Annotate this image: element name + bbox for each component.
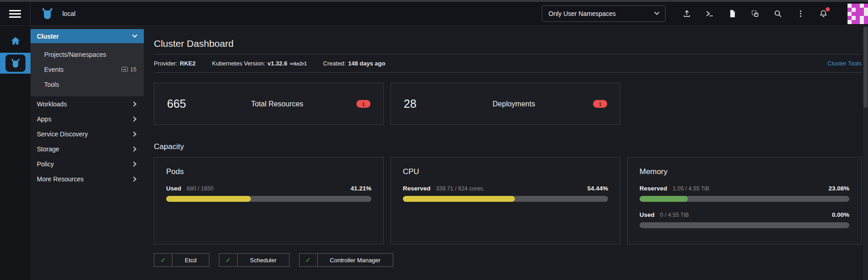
progress-bar-track <box>166 196 371 202</box>
cpu-reserved-gauge: Reserved 339.71 / 624 cores 54.44% <box>403 185 608 202</box>
sidebar-item-workloads[interactable]: Workloads <box>30 96 144 111</box>
main-content: Cluster Dashboard Provider:RKE2 Kubernet… <box>144 26 868 280</box>
app-rail <box>0 26 30 280</box>
total-resources-card[interactable]: 665 Total Resources 1 <box>154 83 384 125</box>
progress-bar-track <box>403 196 608 202</box>
home-icon[interactable] <box>9 35 22 47</box>
chevron-right-icon <box>131 176 136 181</box>
chevron-right-icon <box>131 161 136 166</box>
cluster-tools-link[interactable]: Cluster Tools <box>827 60 862 67</box>
divider <box>154 72 862 73</box>
sidebar-item-label: More Resources <box>37 175 132 183</box>
cluster-name: local <box>62 10 76 17</box>
status-label: Scheduler <box>238 254 289 266</box>
capacity-heading: Capacity <box>154 142 862 151</box>
total-resources-label: Total Resources <box>198 100 356 108</box>
chevron-right-icon <box>131 131 136 136</box>
cpu-capacity-card: CPU Reserved 339.71 / 624 cores 54.44% <box>391 157 620 245</box>
chevron-right-icon <box>131 116 136 121</box>
notification-dot <box>826 7 830 11</box>
progress-bar-fill <box>166 196 251 202</box>
chevron-right-icon <box>131 101 136 106</box>
pods-capacity-card: Pods Used 680 / 1650 41.21% <box>154 157 384 245</box>
sidebar-item-label: Workloads <box>37 100 132 108</box>
deployments-warning-badge: 1 <box>593 100 607 108</box>
vertical-scrollbar <box>863 26 868 280</box>
sidebar-item-events[interactable]: Events 15 <box>30 62 144 77</box>
sidebar-item-tools[interactable]: Tools <box>30 77 144 92</box>
sidebar-item-label: Storage <box>37 145 132 153</box>
progress-bar-track <box>640 196 849 202</box>
sidebar-item-service-discovery[interactable]: Service Discovery <box>30 126 144 141</box>
namespace-filter-value: Only User Namespaces <box>548 10 655 17</box>
chevron-right-icon <box>131 146 136 151</box>
rail-header-cell <box>0 2 30 25</box>
check-icon: ✓ <box>219 254 238 266</box>
sidebar-item-more-resources[interactable]: More Resources <box>30 171 144 186</box>
check-icon: ✓ <box>299 254 318 266</box>
app-header: local Only User Namespaces <box>0 2 868 26</box>
chevron-down-icon <box>654 10 659 15</box>
notifications-bell-icon[interactable] <box>818 9 828 19</box>
import-yaml-icon[interactable] <box>682 9 692 19</box>
copy-resource-icon[interactable] <box>750 9 760 19</box>
kebab-menu-icon[interactable] <box>796 9 806 19</box>
deployments-label: Deployments <box>435 100 593 108</box>
sidebar-item-storage[interactable]: Storage <box>30 141 144 156</box>
memory-reserved-gauge: Reserved 1.05 / 4.55 TiB 23.08% <box>640 185 849 202</box>
scrollbar-thumb[interactable] <box>863 27 868 108</box>
progress-bar-track <box>640 222 849 228</box>
check-icon: ✓ <box>154 254 173 266</box>
total-resources-warning-badge: 1 <box>356 100 371 108</box>
memory-used-gauge: Used 0 / 4.55 TiB 0.00% <box>640 211 849 228</box>
sidebar-item-label: Apps <box>37 115 132 123</box>
provider-meta: Provider:RKE2 <box>154 60 196 67</box>
total-resources-count: 665 <box>154 97 198 110</box>
sidebar-item-label: Service Discovery <box>37 130 132 138</box>
file-icon[interactable] <box>727 9 737 19</box>
created-meta: Created:148 days ago <box>323 60 386 67</box>
sidebar-item-label: Policy <box>37 160 132 168</box>
sidebar-item-label: Events <box>44 66 122 73</box>
deployments-card[interactable]: 28 Deployments 1 <box>391 83 620 125</box>
pods-used-gauge: Used 680 / 1650 41.21% <box>166 185 371 202</box>
status-label: Etcd <box>173 254 209 266</box>
sidebar-item-apps[interactable]: Apps <box>30 111 144 126</box>
search-icon[interactable] <box>773 9 783 19</box>
chevron-down-icon <box>132 32 137 37</box>
progress-bar-fill <box>403 196 515 202</box>
progress-bar-fill <box>640 196 688 202</box>
memory-card-title: Memory <box>640 167 849 176</box>
event-count-icon <box>122 67 128 72</box>
events-count-badge: 15 <box>122 66 137 73</box>
rail-cluster-icon <box>5 55 25 72</box>
sidebar-item-cluster[interactable]: Cluster <box>30 29 144 43</box>
hamburger-menu-icon[interactable] <box>9 8 21 20</box>
cluster-submenu: Projects/Namespaces Events 15 Tools <box>30 43 144 96</box>
avatar[interactable] <box>848 4 868 24</box>
controller-manager-status-badge: ✓ Controller Manager <box>299 253 393 267</box>
sidebar-item-label: Cluster <box>37 33 133 40</box>
sidebar: Cluster Projects/Namespaces Events 15 To… <box>30 26 144 280</box>
namespace-filter-dropdown[interactable]: Only User Namespaces <box>542 5 665 22</box>
sidebar-item-label: Tools <box>44 81 137 88</box>
kubernetes-version-meta: Kubernetes Version:v1.32.6 +rke2r1 <box>212 60 307 67</box>
cluster-meta-row: Provider:RKE2 Kubernetes Version:v1.32.6… <box>154 55 862 72</box>
memory-capacity-card: Memory Reserved 1.05 / 4.55 TiB 23.08% U… <box>627 157 862 245</box>
events-count: 15 <box>130 66 137 73</box>
status-label: Controller Manager <box>318 254 393 266</box>
page-title: Cluster Dashboard <box>154 38 862 49</box>
rail-cluster-button[interactable] <box>0 53 30 74</box>
cpu-card-title: CPU <box>403 167 608 176</box>
kubectl-shell-icon[interactable] <box>705 9 715 19</box>
sidebar-item-label: Projects/Namespaces <box>44 51 137 58</box>
rancher-steer-logo-icon[interactable] <box>41 7 54 20</box>
pods-card-title: Pods <box>166 167 371 176</box>
deployments-count: 28 <box>391 97 435 110</box>
etcd-status-badge: ✓ Etcd <box>154 253 209 267</box>
sidebar-item-policy[interactable]: Policy <box>30 156 144 171</box>
sidebar-item-projects-namespaces[interactable]: Projects/Namespaces <box>30 47 144 62</box>
scheduler-status-badge: ✓ Scheduler <box>219 253 289 267</box>
